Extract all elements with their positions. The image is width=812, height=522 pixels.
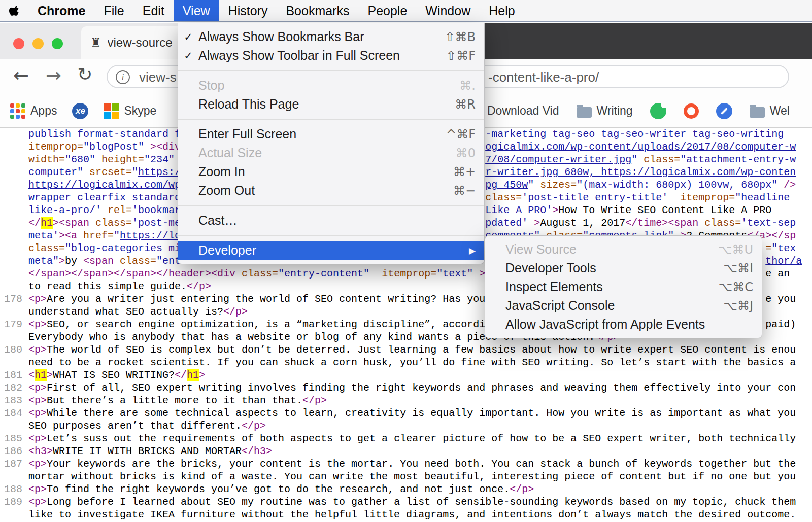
line-number: 178 — [0, 293, 22, 305]
view-menu-item-reload-this-page[interactable]: Reload This Page⌘R — [178, 95, 484, 114]
code-segment: SEO purposes aren’t that different. — [28, 420, 242, 432]
code-segment: pdated' — [485, 217, 528, 229]
menubar-item-chrome[interactable]: Chrome — [28, 0, 94, 21]
code-segment: But there’s a little more to it than tha… — [47, 395, 302, 406]
menubar-item-view[interactable]: View — [174, 0, 219, 21]
code-line-text: to read this simple guide.</p> — [28, 280, 211, 293]
view-menu-item-enter-full-screen[interactable]: Enter Full Screen^⌘F — [178, 125, 484, 144]
code-segment: "tex — [771, 242, 796, 254]
xe-icon: xe — [72, 103, 88, 119]
bookmark-writing[interactable]: Writing — [577, 104, 633, 118]
menu-item-label: JavaScript Console — [505, 298, 713, 313]
bookmark-xe[interactable]: xe — [72, 103, 88, 119]
developer-submenu-item-javascript-console[interactable]: JavaScript Console⌥⌘J — [485, 296, 762, 315]
minimize-button[interactable] — [32, 38, 44, 49]
page-info-icon[interactable]: i — [116, 70, 130, 84]
find-highlight: h1 — [35, 369, 47, 381]
view-menu-item-cast[interactable]: Cast… — [178, 211, 484, 230]
code-segment: 'post-title entry-title' — [522, 192, 668, 203]
bookmark-apps[interactable]: Apps — [10, 103, 57, 119]
code-segment: <span — [83, 255, 114, 267]
checkmark-icon: ✓ — [178, 50, 198, 62]
developer-submenu-item-developer-tools[interactable]: Developer Tools⌥⌘I — [485, 259, 762, 277]
bookmark-evernote[interactable] — [650, 103, 666, 119]
code-row: 185<p>Let’s suss out the requirements of… — [0, 432, 812, 445]
developer-submenu-item-inspect-elements[interactable]: Inspect Elements⌥⌘C — [485, 277, 762, 296]
bookmark-wel[interactable]: Wel — [750, 104, 790, 118]
bookmark-download-vid[interactable]: Download Vid — [487, 104, 559, 118]
code-line-text: <p>First of all, SEO expert writing invo… — [28, 381, 796, 394]
line-number: 184 — [0, 407, 22, 420]
code-segment: > — [552, 204, 558, 216]
code-segment: <p> — [28, 407, 47, 419]
forward-icon[interactable]: → — [46, 64, 61, 86]
view-menu-item-always-show-toolbar-in-full-screen[interactable]: ✓Always Show Toolbar in Full Screen⇧⌘F — [178, 46, 484, 65]
view-menu-item-developer[interactable]: Developer▶ — [178, 241, 484, 260]
menubar-item-edit[interactable]: Edit — [133, 0, 174, 21]
line-number — [0, 141, 22, 153]
bookmark-skype[interactable]: Skype — [104, 103, 156, 119]
menubar-item-apple[interactable] — [0, 0, 28, 21]
code-segment: computer" — [28, 166, 83, 178]
code-segment: srcset= — [83, 166, 132, 178]
bookmark-pencil[interactable] — [716, 103, 732, 119]
code-segment: 'post-me — [132, 217, 181, 229]
code-segment: "blog-categories mi — [65, 242, 181, 254]
line-number — [0, 305, 22, 318]
view-menu-item-zoom-in[interactable]: Zoom In⌘+ — [178, 162, 484, 181]
code-line-text: understand what SEO actually is?</p> — [28, 305, 248, 318]
code-row: 189<p>Long before I learned about SEO my… — [0, 496, 812, 508]
menubar-item-people[interactable]: People — [358, 0, 416, 21]
menu-item-label: Reload This Page — [198, 97, 445, 112]
code-line-text: <p>The world of SEO is complex but don’t… — [28, 343, 796, 356]
menu-shortcut: ⌥⌘J — [723, 299, 753, 313]
folder-icon — [750, 107, 765, 118]
menubar-item-help[interactable]: Help — [480, 0, 524, 21]
code-segment: </h3> — [242, 445, 272, 457]
code-segment: wrapper clearfix standard — [28, 192, 181, 203]
menu-item-label: Inspect Elements — [505, 280, 708, 294]
find-highlight: h1 — [41, 217, 53, 229]
code-row: mortar without bricks is kind of a waste… — [0, 470, 812, 483]
back-icon[interactable]: ← — [13, 64, 29, 86]
view-menu-item-always-show-bookmarks-bar[interactable]: ✓Always Show Bookmarks Bar⇧⌘B — [178, 27, 484, 46]
skype-icon — [104, 103, 119, 119]
code-segment: "blogPost" — [83, 141, 144, 153]
developer-submenu-item-allow-javascript-from-apple-events[interactable]: Allow JavaScript from Apple Events — [485, 315, 762, 334]
code-segment: itemprop= — [369, 268, 436, 280]
code-segment: to read this simple guide. — [28, 281, 187, 292]
code-segment: Long before I learned about SEO my routi… — [47, 496, 796, 508]
view-menu-item-zoom-out[interactable]: Zoom Out⌘− — [178, 181, 484, 200]
code-segment: While there are some technical aspects t… — [47, 407, 796, 419]
code-line-text: <p>Long before I learned about SEO my ro… — [28, 496, 796, 508]
code-segment: ><span — [53, 217, 89, 229]
bookmark-red-ring[interactable] — [684, 103, 699, 119]
reload-icon[interactable]: ↻ — [77, 64, 92, 85]
code-segment: pg 450w — [485, 179, 528, 191]
menubar-item-window[interactable]: Window — [416, 0, 480, 21]
zoom-button[interactable] — [52, 38, 63, 49]
code-segment: 7/08/computer-writer.jpg — [485, 154, 631, 165]
code-row: 186<h3>WRITE IT WITH BRICKS AND MORTAR</… — [0, 445, 812, 458]
menu-item-label: Allow JavaScript from Apple Events — [505, 317, 753, 332]
menu-shortcut: ⌥⌘C — [719, 280, 753, 294]
menu-separator — [178, 119, 484, 120]
submenu-arrow-icon: ▶ — [469, 246, 476, 256]
code-segment: need to be a rocket scientist. If you ca… — [28, 357, 796, 368]
code-segment: rel= — [101, 204, 132, 216]
menu-shortcut: ⌘+ — [453, 165, 476, 179]
bookmarks-left-group: AppsxeSkype — [10, 94, 156, 127]
menubar-item-history[interactable]: History — [219, 0, 277, 21]
code-segment: <p> — [28, 433, 47, 444]
line-number — [0, 470, 22, 483]
code-segment: > — [199, 369, 205, 381]
line-number — [0, 191, 22, 204]
menubar-item-file[interactable]: File — [94, 0, 133, 21]
code-segment: paid) — [765, 319, 796, 330]
close-button[interactable] — [13, 38, 24, 49]
code-segment: </ — [28, 217, 41, 229]
code-segment: How To Write SEO Content Like A PRO — [558, 204, 771, 216]
menu-item-label: Always Show Toolbar in Full Screen — [198, 48, 436, 63]
menubar-item-bookmarks[interactable]: Bookmarks — [277, 0, 358, 21]
code-segment: height= — [95, 154, 144, 165]
